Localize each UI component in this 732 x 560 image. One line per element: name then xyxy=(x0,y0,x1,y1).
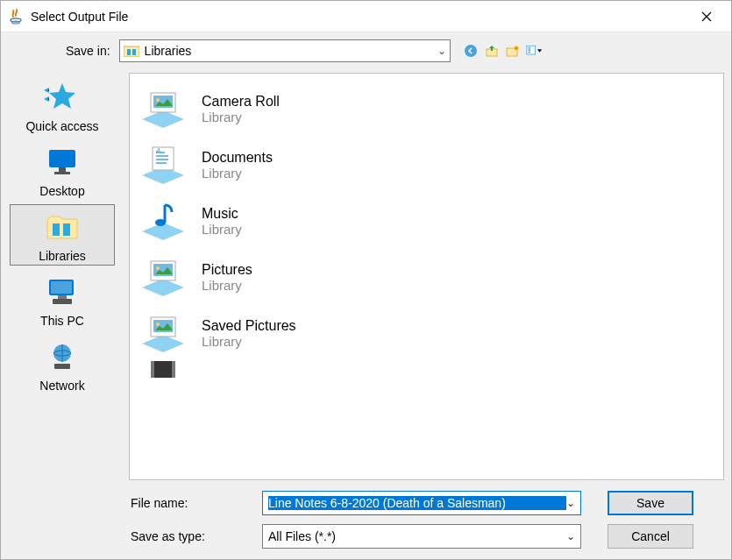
sidebar-item-quick-access[interactable]: Quick access xyxy=(10,74,115,136)
file-subtitle: Library xyxy=(202,334,296,349)
view-menu-icon[interactable] xyxy=(526,43,542,59)
file-name: Documents xyxy=(202,150,273,166)
svg-rect-23 xyxy=(54,364,70,369)
svg-rect-4 xyxy=(132,49,136,55)
list-item-partial[interactable] xyxy=(133,361,720,387)
file-name: Camera Roll xyxy=(202,94,280,110)
sidebar-item-label: Quick access xyxy=(25,119,98,133)
list-item[interactable]: Music Library xyxy=(133,193,720,249)
svg-point-5 xyxy=(465,45,477,57)
sidebar-item-label: Libraries xyxy=(39,249,86,263)
close-button[interactable] xyxy=(689,4,724,29)
places-bar: Quick access Desktop Libraries This PC N… xyxy=(1,69,124,484)
file-subtitle: Library xyxy=(202,110,280,124)
desktop-icon xyxy=(41,145,83,181)
quick-access-icon xyxy=(41,81,83,116)
svg-rect-21 xyxy=(53,299,72,304)
libraries-folder-icon xyxy=(41,210,83,245)
chevron-down-icon: ⌄ xyxy=(566,530,575,542)
file-name: Music xyxy=(202,206,242,222)
svg-rect-3 xyxy=(127,49,131,55)
svg-rect-16 xyxy=(53,223,60,236)
svg-rect-15 xyxy=(54,172,70,174)
cancel-button[interactable]: Cancel xyxy=(608,524,693,549)
list-item[interactable]: A Documents Library xyxy=(133,137,720,193)
toolbar-icons xyxy=(463,43,542,59)
content-wrap: Camera Roll Library A Documents Library … xyxy=(124,69,731,484)
svg-point-26 xyxy=(156,98,160,102)
svg-rect-17 xyxy=(63,223,70,236)
sidebar-item-desktop[interactable]: Desktop xyxy=(10,139,115,201)
svg-rect-9 xyxy=(526,46,535,54)
svg-rect-20 xyxy=(58,295,67,299)
new-folder-icon[interactable] xyxy=(505,43,521,59)
svg-text:A: A xyxy=(155,146,160,154)
pictures-icon xyxy=(139,256,188,298)
save-in-value: Libraries xyxy=(145,44,437,58)
java-icon xyxy=(8,9,24,25)
network-icon xyxy=(41,340,83,375)
svg-rect-11 xyxy=(528,49,529,51)
svg-rect-19 xyxy=(51,281,72,294)
save-as-type-label: Save as type: xyxy=(131,529,262,543)
svg-rect-37 xyxy=(151,361,154,378)
chevron-down-icon: ⌄ xyxy=(437,45,446,57)
title-bar: Select Output File xyxy=(1,1,731,32)
list-item[interactable]: Pictures Library xyxy=(133,249,720,305)
filename-value: Line Notes 6-8-2020 (Death of a Salesman… xyxy=(268,496,566,510)
music-icon xyxy=(139,200,188,242)
saved-pictures-icon xyxy=(139,312,188,354)
svg-rect-10 xyxy=(528,47,529,49)
sidebar-item-label: This PC xyxy=(40,314,84,328)
bottom-panel: File name: Line Notes 6-8-2020 (Death of… xyxy=(1,484,731,559)
save-in-label: Save in: xyxy=(66,44,110,58)
libraries-icon xyxy=(124,45,139,57)
svg-rect-14 xyxy=(59,167,66,172)
svg-rect-13 xyxy=(49,150,75,167)
svg-rect-2 xyxy=(124,46,139,57)
sidebar-item-this-pc[interactable]: This PC xyxy=(10,269,115,330)
svg-point-35 xyxy=(156,323,160,326)
file-subtitle: Library xyxy=(202,222,242,237)
camera-roll-icon xyxy=(139,88,188,130)
svg-rect-36 xyxy=(151,361,175,378)
toolbar: Save in: Libraries ⌄ xyxy=(1,32,731,69)
svg-rect-12 xyxy=(528,52,529,53)
back-icon[interactable] xyxy=(463,43,479,59)
chevron-down-icon: ⌄ xyxy=(566,497,575,509)
file-name: Saved Pictures xyxy=(202,318,296,334)
file-subtitle: Library xyxy=(202,278,252,293)
list-item[interactable]: Saved Pictures Library xyxy=(133,305,720,361)
window-title: Select Output File xyxy=(31,10,689,24)
sidebar-item-network[interactable]: Network xyxy=(10,334,115,395)
this-pc-icon xyxy=(41,275,83,310)
filename-label: File name: xyxy=(131,496,262,510)
save-as-type-combo[interactable]: All Files (*.*) ⌄ xyxy=(262,524,581,549)
sidebar-item-libraries[interactable]: Libraries xyxy=(10,204,115,266)
save-in-combo[interactable]: Libraries ⌄ xyxy=(119,39,451,62)
file-list[interactable]: Camera Roll Library A Documents Library … xyxy=(129,73,724,480)
save-as-type-value: All Files (*.*) xyxy=(268,529,566,543)
sidebar-item-label: Desktop xyxy=(39,184,84,198)
filename-input[interactable]: Line Notes 6-8-2020 (Death of a Salesman… xyxy=(262,491,581,515)
main-area: Quick access Desktop Libraries This PC N… xyxy=(1,69,731,484)
up-icon[interactable] xyxy=(484,43,500,59)
sidebar-item-label: Network xyxy=(39,379,84,393)
documents-icon: A xyxy=(139,144,188,186)
list-item[interactable]: Camera Roll Library xyxy=(133,81,720,137)
save-button[interactable]: Save xyxy=(608,491,693,515)
file-subtitle: Library xyxy=(202,166,273,181)
svg-rect-38 xyxy=(172,361,175,378)
svg-point-32 xyxy=(156,266,160,270)
file-name: Pictures xyxy=(202,262,252,278)
video-icon xyxy=(139,361,188,387)
svg-point-29 xyxy=(155,219,166,226)
